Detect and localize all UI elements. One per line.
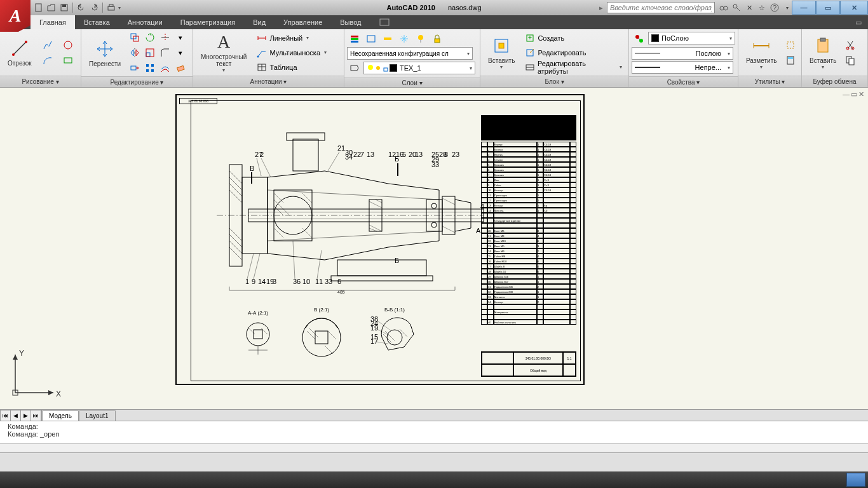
fillet-drop[interactable]: ▾	[173, 46, 188, 60]
select-button[interactable]	[783, 38, 798, 52]
layer-iso-button[interactable]	[380, 32, 395, 46]
help-icon[interactable]: ?	[770, 3, 780, 13]
panel-annotation-title[interactable]: Аннотации ▾	[193, 76, 344, 87]
move-button[interactable]: Перенести	[85, 37, 125, 69]
maximize-button[interactable]: ▭	[816, 1, 840, 15]
block-edit-button[interactable]: Редактировать	[522, 46, 625, 60]
lineweight-combo[interactable]: Непре...	[632, 61, 733, 74]
model-tab[interactable]: Модель	[42, 410, 79, 421]
svg-text:А: А	[476, 227, 481, 234]
search-star-icon[interactable]: ☆	[757, 3, 767, 13]
bom-row: 29Шпонка 6x61	[481, 274, 576, 279]
tab-last-button[interactable]: ⏭	[31, 410, 41, 421]
block-editattr-button[interactable]: Редактировать атрибуты	[522, 60, 625, 74]
search-input[interactable]	[607, 2, 715, 13]
block-insert-button[interactable]: Вставить ▾	[484, 34, 519, 71]
layer-state-combo[interactable]: Несохраненная конфигурация сл	[347, 47, 473, 60]
layer-states-button[interactable]	[363, 32, 379, 46]
minimize-button[interactable]: —	[792, 1, 816, 15]
layer-lock-button[interactable]	[430, 32, 445, 46]
linear-dim-button[interactable]: Линейный	[254, 31, 329, 45]
qat-undo-icon[interactable]	[76, 2, 87, 13]
array-button[interactable]	[142, 61, 158, 75]
layer-combo[interactable]: ТЕХ_1	[363, 62, 475, 74]
tab-output[interactable]: Вывод	[331, 15, 370, 29]
panel-annotation: A Многострочный текст ▾ Линейный Мультив…	[193, 29, 344, 87]
rotate-button[interactable]	[142, 30, 158, 44]
mirror-button[interactable]	[127, 46, 142, 60]
qat-save-icon[interactable]	[58, 2, 70, 13]
svg-text:6: 6	[337, 278, 341, 285]
tab-first-button[interactable]: ⏮	[1, 410, 11, 421]
doc-minimize-icon[interactable]: —	[843, 90, 850, 98]
close-button[interactable]: ✕	[840, 1, 868, 15]
rectangle-button[interactable]	[58, 53, 78, 67]
search-binoculars-icon[interactable]	[719, 3, 729, 13]
panel-block-title[interactable]: Блок ▾	[480, 76, 628, 87]
tab-insert[interactable]: Вставка	[75, 15, 119, 29]
help-dropdown-icon[interactable]: ▾	[782, 3, 792, 13]
tab-next-button[interactable]: ▶	[21, 410, 31, 421]
polyline-button[interactable]	[38, 38, 57, 52]
tab-express[interactable]	[370, 15, 398, 29]
tab-view[interactable]: Вид	[244, 15, 275, 29]
qat-dropdown-icon[interactable]: ▾	[118, 5, 121, 11]
qat-redo-icon[interactable]	[88, 2, 100, 13]
circle-button[interactable]	[58, 38, 78, 52]
tab-prev-button[interactable]: ◀	[11, 410, 21, 421]
layer-freeze-button[interactable]	[397, 32, 412, 46]
tab-annotate[interactable]: Аннотации	[119, 15, 172, 29]
qat-open-icon[interactable]	[46, 2, 57, 13]
copy-button[interactable]	[127, 30, 142, 44]
panel-utilities-title[interactable]: Утилиты ▾	[738, 76, 801, 87]
line-button[interactable]: Отрезок	[4, 37, 36, 68]
search-key-icon[interactable]	[731, 3, 742, 13]
svg-point-67	[846, 47, 849, 50]
color-combo[interactable]: ПоСлою	[648, 32, 735, 44]
fillet-button[interactable]	[158, 46, 173, 60]
layout1-tab[interactable]: Layout1	[79, 410, 116, 421]
bom-row: 6Крышка1СЧ-18	[481, 167, 576, 172]
panel-draw-title[interactable]: Рисование ▾	[0, 76, 81, 87]
erase-button[interactable]	[173, 61, 188, 75]
mleader-button[interactable]: Мультивыноска	[254, 46, 329, 60]
app-menu-button[interactable]: A	[0, 0, 31, 32]
tab-parametric[interactable]: Параметризация	[172, 15, 244, 29]
tab-manage[interactable]: Управление	[275, 15, 331, 29]
ribbon-help-icon[interactable]: ▭	[855, 18, 868, 27]
layer-off-button[interactable]	[413, 32, 428, 46]
doc-close-icon[interactable]: ✕	[858, 90, 864, 98]
search-satellite-icon[interactable]: ✕	[744, 3, 754, 13]
paste-button[interactable]: Вставить ▾	[806, 34, 840, 71]
scale-button[interactable]	[142, 46, 158, 60]
mtext-button[interactable]: A Многострочный текст ▾	[197, 30, 250, 74]
panel-modify-title[interactable]: Редактирование ▾	[81, 76, 193, 87]
measure-button[interactable]: Разметить ▾	[742, 34, 780, 71]
stretch-button[interactable]	[127, 61, 142, 75]
calc-button[interactable]	[783, 53, 798, 67]
doc-restore-icon[interactable]: ▭	[851, 90, 857, 98]
linetype-combo[interactable]: Послою	[632, 47, 733, 60]
match-prop-button[interactable]	[632, 32, 647, 46]
drawing-area[interactable]: — ▭ ✕ Y X 345.01.00.000	[0, 88, 868, 409]
qat-print-icon[interactable]	[105, 2, 117, 13]
command-input[interactable]	[0, 444, 868, 452]
trim-button[interactable]	[158, 30, 173, 44]
layer-props-icon[interactable]	[347, 61, 362, 75]
extend-button[interactable]: ▾	[173, 30, 188, 44]
table-button[interactable]: Таблица	[254, 60, 329, 74]
offset-button[interactable]	[158, 61, 173, 75]
tab-home[interactable]: Главная	[31, 15, 75, 29]
svg-line-92	[302, 193, 312, 203]
qat-new-icon[interactable]	[33, 2, 44, 13]
panel-layers-title[interactable]: Слои ▾	[344, 78, 480, 87]
arc-button[interactable]	[38, 53, 57, 67]
cut-button[interactable]	[843, 38, 858, 52]
layer-prop-button[interactable]	[347, 32, 362, 46]
copy-clip-button[interactable]	[843, 53, 858, 67]
taskbar-item[interactable]	[846, 473, 865, 487]
block-create-button[interactable]: + Создать	[522, 31, 625, 45]
search-arrow-icon[interactable]: ▸	[597, 3, 606, 12]
svg-text:8: 8	[444, 151, 448, 158]
panel-properties-title[interactable]: Свойства ▾	[629, 76, 738, 87]
